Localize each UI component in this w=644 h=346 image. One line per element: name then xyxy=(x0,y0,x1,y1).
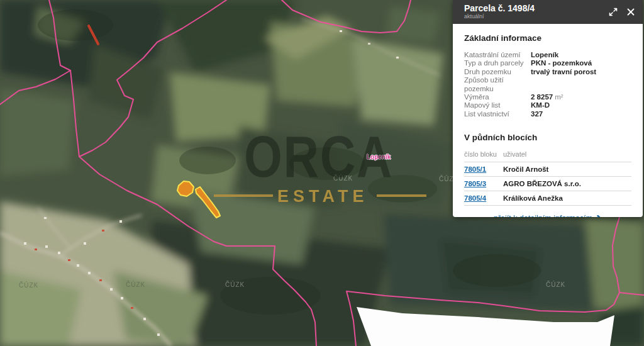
panel-body: Základní informace Katastrální území Lop… xyxy=(453,24,643,217)
field-value: 2 8257 xyxy=(531,93,553,101)
parcel-info-panel: Parcela č. 1498/4 aktuální Základní info… xyxy=(453,0,643,217)
table-row: 7805/3 AGRO BŘEZOVÁ s.r.o. xyxy=(464,177,631,191)
field-value: PKN - pozemková xyxy=(531,59,592,67)
column-header: uživatel xyxy=(503,150,526,158)
block-user: Kročil Arnošt xyxy=(503,165,548,173)
field-label: Způsob užití pozemku xyxy=(464,76,531,93)
field-unit: m² xyxy=(555,93,563,101)
table-header: číslo bloku uživatel xyxy=(464,150,631,162)
field-label: Typ a druh parcely xyxy=(464,59,531,67)
field-label: Výměra xyxy=(464,93,531,101)
chevron-right-icon xyxy=(597,215,602,217)
field-label: Katastrální území xyxy=(464,51,531,59)
detail-info-link[interactable]: přejít k detailním informacím xyxy=(464,214,631,217)
panel-title: Parcela č. 1498/4 xyxy=(464,4,609,13)
soil-blocks-section: V půdních blocích číslo bloku uživatel 7… xyxy=(464,133,631,206)
basic-info-heading: Základní informace xyxy=(464,33,631,43)
column-header: číslo bloku xyxy=(464,150,503,158)
panel-header: Parcela č. 1498/4 aktuální xyxy=(453,0,643,24)
field-label: Druh pozemku xyxy=(464,68,531,76)
resize-panel-icon[interactable] xyxy=(609,8,618,16)
block-user: AGRO BŘEZOVÁ s.r.o. xyxy=(503,180,581,187)
field-row: Typ a druh parcely PKN - pozemková xyxy=(464,59,631,67)
panel-subtitle: aktuální xyxy=(464,13,609,20)
soil-blocks-heading: V půdních blocích xyxy=(464,133,631,142)
block-user: Králíková Anežka xyxy=(503,194,563,202)
field-row: Výměra 2 8257 m² xyxy=(464,93,631,101)
field-value: trvalý travní porost xyxy=(531,68,596,76)
close-icon[interactable] xyxy=(626,8,635,16)
table-row: 7805/4 Králíková Anežka xyxy=(464,191,631,206)
field-row: List vlastnictví 327 xyxy=(464,110,631,118)
field-row: Mapový list KM-D xyxy=(464,101,631,109)
field-row: Druh pozemku trvalý travní porost xyxy=(464,68,631,76)
block-number-link[interactable]: 7805/4 xyxy=(464,194,486,202)
field-value: 327 xyxy=(531,110,543,118)
field-row: Katastrální území Lopeník xyxy=(464,51,631,59)
field-label: List vlastnictví xyxy=(464,110,531,118)
basic-info-fields: Katastrální území Lopeník Typ a druh par… xyxy=(464,51,631,118)
block-number-link[interactable]: 7805/3 xyxy=(464,180,486,187)
field-value: Lopeník xyxy=(531,51,558,59)
detail-info-link-label: přejít k detailním informacím xyxy=(494,214,592,217)
table-row: 7805/1 Kročil Arnošt xyxy=(464,162,631,177)
field-value: KM-D xyxy=(531,101,550,109)
field-row: Způsob užití pozemku xyxy=(464,76,631,93)
field-label: Mapový list xyxy=(464,101,531,109)
block-number-link[interactable]: 7805/1 xyxy=(464,165,486,173)
